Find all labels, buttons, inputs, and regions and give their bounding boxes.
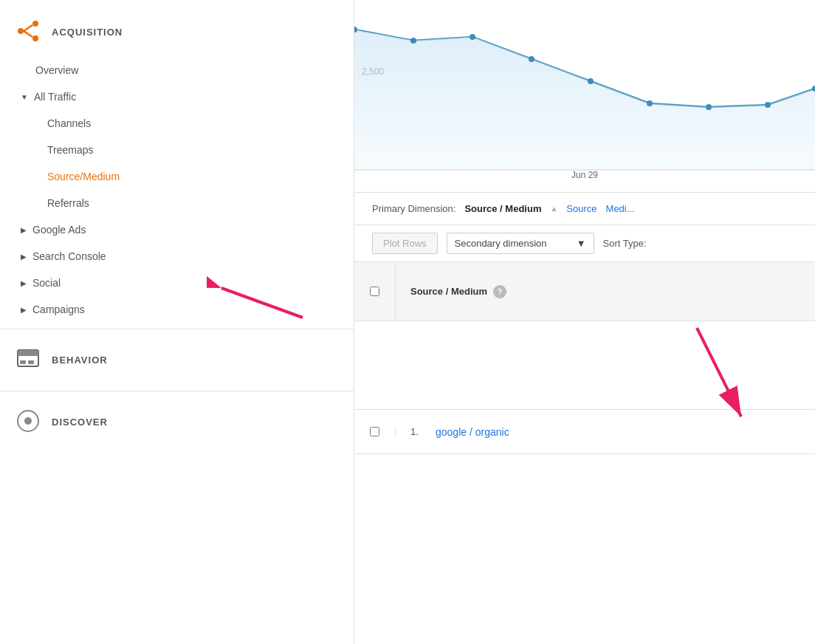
discover-icon [15, 408, 41, 436]
svg-point-17 [647, 100, 653, 106]
primary-dim-active: Source / Medium [464, 203, 541, 214]
sidebar-item-social[interactable]: ▶ Social [0, 270, 354, 296]
svg-point-16 [588, 78, 594, 84]
pink-arrow-annotation [682, 313, 771, 431]
behavior-header: BEHAVIOR [0, 335, 354, 385]
primary-dim-medium-link[interactable]: Medi... [606, 203, 635, 214]
svg-point-18 [706, 104, 712, 110]
svg-point-0 [18, 28, 24, 34]
secondary-dimension-dropdown[interactable]: Secondary dimension ▼ [447, 233, 594, 254]
plot-rows-button[interactable]: Plot Rows [372, 233, 438, 254]
svg-rect-6 [18, 350, 38, 356]
behavior-title: BEHAVIOR [52, 354, 108, 366]
table-row-checkbox[interactable] [370, 427, 379, 436]
primary-dim-source-link[interactable]: Source [566, 203, 596, 214]
svg-marker-11 [354, 30, 815, 170]
table-header-row: Source / Medium ? [354, 262, 815, 321]
svg-rect-8 [28, 360, 34, 364]
primary-dimension-row: Primary Dimension: Source / Medium ▲ Sou… [354, 193, 815, 225]
sidebar-item-all-traffic[interactable]: ▼ All Traffic [0, 83, 354, 110]
sidebar-item-overview[interactable]: Overview [0, 57, 354, 83]
svg-point-13 [410, 38, 416, 44]
expand-arrow-search-console: ▶ [21, 253, 27, 261]
table-header-checkbox[interactable] [370, 287, 379, 296]
primary-dim-indicator: ▲ [550, 205, 557, 213]
svg-line-4 [24, 31, 32, 37]
svg-line-3 [24, 25, 32, 31]
table-area: Source / Medium ? [354, 262, 815, 644]
sidebar: ACQUISITION Overview ▼ All Traffic Chann… [0, 0, 354, 644]
row-number: 1. [410, 426, 428, 437]
svg-point-2 [32, 35, 38, 41]
svg-point-1 [32, 21, 38, 27]
acquisition-title: ACQUISITION [52, 27, 123, 38]
expand-arrow-all-traffic: ▼ [21, 93, 28, 101]
svg-point-14 [470, 34, 475, 40]
sidebar-item-campaigns[interactable]: ▶ Campaigns [0, 296, 354, 323]
main-content: 2,500 [354, 0, 815, 644]
sidebar-divider-2 [0, 391, 354, 391]
svg-point-19 [765, 102, 771, 108]
behavior-icon [15, 346, 41, 374]
sidebar-item-google-ads[interactable]: ▶ Google Ads [0, 216, 354, 243]
sort-type-label: Sort Type: [603, 238, 647, 249]
svg-point-15 [529, 56, 534, 62]
sidebar-item-channels[interactable]: Channels [0, 110, 354, 137]
sidebar-item-search-console[interactable]: ▶ Search Console [0, 243, 354, 270]
acquisition-icon [15, 18, 41, 47]
expand-arrow-google-ads: ▶ [21, 226, 27, 234]
table-row-checkbox-col [354, 427, 396, 436]
svg-point-10 [24, 417, 32, 425]
discover-header: DISCOVER [0, 397, 354, 447]
expand-arrow-social: ▶ [21, 279, 27, 287]
sidebar-item-referrals[interactable]: Referrals [0, 190, 354, 216]
chevron-down-icon: ▼ [577, 238, 586, 249]
sidebar-item-source-medium[interactable]: Source/Medium [0, 163, 354, 190]
svg-line-23 [697, 328, 741, 417]
row-link-google-organic[interactable]: google / organic [436, 426, 509, 438]
table-header-checkbox-col [354, 262, 396, 321]
primary-dim-label: Primary Dimension: [372, 203, 455, 214]
table-header-source-medium-col: Source / Medium ? [396, 262, 815, 321]
expand-arrow-campaigns: ▶ [21, 306, 27, 314]
discover-title: DISCOVER [52, 417, 108, 428]
chart-container: 2,500 [354, 0, 815, 192]
chart-area: 2,500 [354, 0, 815, 193]
help-icon[interactable]: ? [493, 285, 506, 298]
chart-x-label: Jun 29 [571, 170, 598, 180]
acquisition-header: ACQUISITION [0, 7, 354, 57]
table-col-source-medium-label: Source / Medium [410, 286, 487, 297]
svg-rect-7 [20, 360, 26, 364]
toolbar-row: Plot Rows Secondary dimension ▼ Sort Typ… [354, 225, 815, 262]
sidebar-item-treemaps[interactable]: Treemaps [0, 137, 354, 163]
table-spacer-row [354, 321, 815, 410]
sidebar-divider-1 [0, 329, 354, 329]
